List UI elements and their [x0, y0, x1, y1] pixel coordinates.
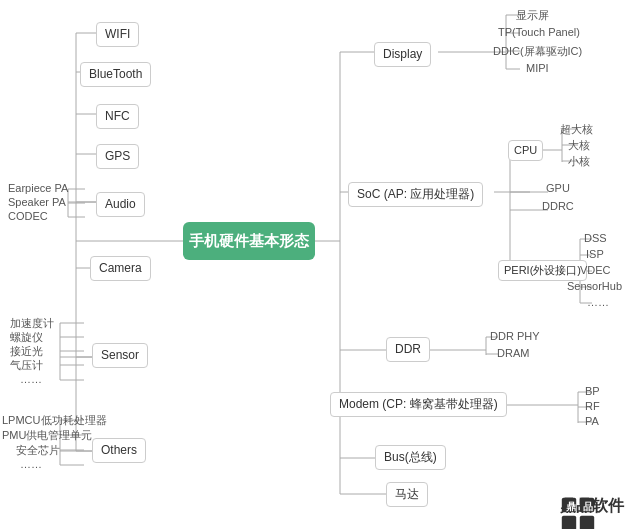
svg-rect-73: [580, 516, 594, 529]
leaf-gpu: GPU: [546, 182, 570, 194]
leaf-codec: CODEC: [8, 210, 48, 222]
leaf-display2: TP(Touch Panel): [498, 26, 580, 38]
soc-cpu: CPU: [508, 140, 543, 161]
leaf-pmu: PMU供电管理单元: [2, 428, 92, 443]
leaf-earpiece: Earpiece PA: [8, 182, 68, 194]
node-sensor: Sensor: [92, 343, 148, 368]
node-camera: Camera: [90, 256, 151, 281]
leaf-rf: RF: [585, 400, 600, 412]
node-others: Others: [92, 438, 146, 463]
leaf-lpmcu: LPMCU低功耗处理器: [2, 413, 107, 428]
node-soc: SoC (AP: 应用处理器): [348, 182, 483, 207]
leaf-sensorhub: SensorHub: [567, 280, 622, 292]
leaf-isp: ISP: [586, 248, 604, 260]
leaf-vdec: VDEC: [580, 264, 611, 276]
leaf-dram: DRAM: [497, 347, 529, 359]
leaf-prox: 接近光: [10, 344, 43, 359]
leaf-big-core: 大核: [568, 138, 590, 153]
node-nfc: NFC: [96, 104, 139, 129]
leaf-baro: 气压计: [10, 358, 43, 373]
leaf-display1: 显示屏: [516, 8, 549, 23]
leaf-display3: DDIC(屏幕驱动IC): [493, 44, 582, 59]
leaf-pa: PA: [585, 415, 599, 427]
leaf-accel: 加速度计: [10, 316, 54, 331]
leaf-dss: DSS: [584, 232, 607, 244]
leaf-ddrc: DDRC: [542, 200, 574, 212]
center-label: 手机硬件基本形态: [189, 232, 309, 251]
watermark-icon: 鼎 品: [560, 496, 596, 529]
leaf-ddr-phy: DDR PHY: [490, 330, 540, 342]
node-gps: GPS: [96, 144, 139, 169]
leaf-small-core: 小核: [568, 154, 590, 169]
svg-rect-72: [562, 516, 576, 529]
leaf-sensor-more: ……: [20, 373, 42, 385]
node-modem: Modem (CP: 蜂窝基带处理器): [330, 392, 507, 417]
watermark: 鼎 品 鼎品软件: [560, 496, 624, 517]
node-wifi: WIFI: [96, 22, 139, 47]
node-bus: Bus(总线): [375, 445, 446, 470]
node-display: Display: [374, 42, 431, 67]
soc-peri: PERI(外设接口): [498, 260, 587, 281]
leaf-display4: MIPI: [526, 62, 549, 74]
svg-text:鼎: 鼎: [566, 501, 576, 512]
leaf-soc-more: ……: [587, 296, 609, 308]
leaf-bp: BP: [585, 385, 600, 397]
leaf-gyro: 螺旋仪: [10, 330, 43, 345]
leaf-others-more: ……: [20, 458, 42, 470]
mind-map: 手机硬件基本形态 WIFI BlueTooth NFC GPS Audio Ca…: [0, 0, 640, 529]
leaf-speaker: Speaker PA: [8, 196, 66, 208]
center-node: 手机硬件基本形态: [183, 222, 315, 260]
node-motor: 马达: [386, 482, 428, 507]
svg-text:品: 品: [583, 501, 593, 512]
node-bluetooth: BlueTooth: [80, 62, 151, 87]
node-ddr: DDR: [386, 337, 430, 362]
leaf-secure: 安全芯片: [16, 443, 60, 458]
leaf-super-core: 超大核: [560, 122, 593, 137]
node-audio: Audio: [96, 192, 145, 217]
